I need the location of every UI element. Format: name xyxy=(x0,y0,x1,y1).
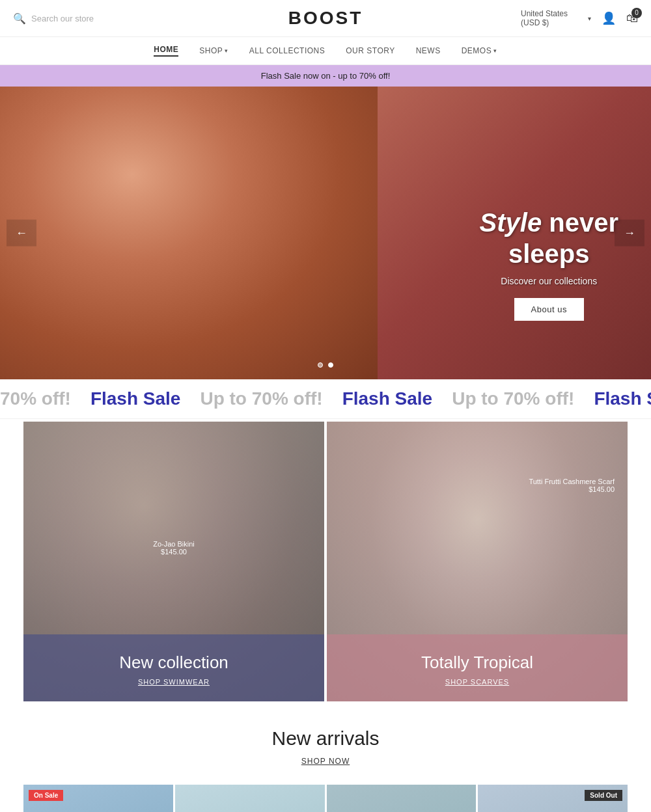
flash-sale-banner: Flash Sale now on - up to 70% off! xyxy=(0,65,651,87)
collection-link-1[interactable]: SHOP SWIMWEAR xyxy=(36,678,311,686)
sold-out-badge: Sold Out xyxy=(585,790,622,801)
product-name-2: Tutti Frutti Cashmere Scarf xyxy=(529,478,615,485)
product-price-1: $145.00 xyxy=(153,548,195,556)
product-card-1[interactable]: On Sale xyxy=(23,785,173,812)
cart-icon-wrapper[interactable]: 🛍 0 xyxy=(626,12,638,25)
new-arrivals-title: New arrivals xyxy=(13,727,638,750)
hero-section: Style neversleeps Discover our collectio… xyxy=(0,87,651,379)
chevron-down-icon: ▾ xyxy=(588,15,591,22)
site-logo[interactable]: BOOST xyxy=(288,8,363,29)
search-placeholder-text: Search our store xyxy=(31,14,94,23)
ticker-item: Flash Sale xyxy=(342,388,433,409)
hero-next-arrow[interactable]: → xyxy=(615,220,644,247)
hero-headline: Style neversleeps xyxy=(480,207,618,269)
new-arrivals-section: New arrivals SHOP NOW xyxy=(0,701,651,777)
hero-subtext: Discover our collections xyxy=(480,276,618,286)
product-card-2[interactable] xyxy=(175,785,325,812)
ticker-item: Flash Sale xyxy=(90,388,181,409)
hero-dot-2[interactable] xyxy=(328,362,333,368)
hero-dots xyxy=(318,362,333,368)
product-name-1: Zo-Jao Bikini xyxy=(153,540,195,548)
collection-card-swimwear[interactable]: Zo-Jao Bikini $145.00 New collection SHO… xyxy=(23,422,324,701)
collection-card-tropical[interactable]: Tutti Frutti Cashmere Scarf $145.00 Tota… xyxy=(327,422,628,701)
hero-prev-arrow[interactable]: ← xyxy=(7,220,36,247)
collection-overlay-2: Totally Tropical SHOP SCARVES xyxy=(327,634,628,701)
ticker-item: 70% off! xyxy=(0,388,71,409)
hero-text-block: Style neversleeps Discover our collectio… xyxy=(480,207,618,321)
on-sale-badge: On Sale xyxy=(29,790,63,801)
collection-title-1: New collection xyxy=(36,653,311,673)
header: 🔍 Search our store BOOST United States (… xyxy=(0,0,651,37)
nav-item-home[interactable]: HOME xyxy=(154,45,178,57)
product-price-2: $145.00 xyxy=(529,485,615,493)
nav-item-news[interactable]: NEWS xyxy=(416,46,441,55)
nav-item-demos[interactable]: DEMOS ▾ xyxy=(462,46,497,55)
product-card-4[interactable]: Sold Out xyxy=(478,785,628,812)
nav-item-shop[interactable]: SHOP ▾ xyxy=(199,46,229,55)
ticker-item: Up to 70% off! xyxy=(452,388,574,409)
hero-person-figure xyxy=(0,87,378,379)
hero-dot-1[interactable] xyxy=(318,362,323,368)
search-icon: 🔍 xyxy=(13,12,26,25)
chevron-down-icon: ▾ xyxy=(225,47,229,54)
collections-section: Zo-Jao Bikini $145.00 New collection SHO… xyxy=(0,422,651,701)
product-card-3[interactable] xyxy=(327,785,477,812)
collections-grid: Zo-Jao Bikini $145.00 New collection SHO… xyxy=(23,422,628,701)
main-nav: HOME SHOP ▾ ALL COLLECTIONS OUR STORY NE… xyxy=(0,37,651,65)
collection-overlay-1: New collection SHOP SWIMWEAR xyxy=(23,634,324,701)
chevron-down-icon: ▾ xyxy=(493,47,497,54)
new-arrivals-shop-link[interactable]: SHOP NOW xyxy=(301,757,350,766)
header-search[interactable]: 🔍 Search our store xyxy=(13,12,130,25)
nav-item-our-story[interactable]: OUR STORY xyxy=(346,46,395,55)
ticker-item: Flash Sa xyxy=(594,388,651,409)
collection-link-2[interactable]: SHOP SCARVES xyxy=(340,678,615,686)
header-actions: United States (USD $) ▾ 👤 🛍 0 xyxy=(521,9,638,27)
country-selector[interactable]: United States (USD $) ▾ xyxy=(521,9,591,27)
ticker-item: Up to 70% off! xyxy=(200,388,322,409)
hero-about-button[interactable]: About us xyxy=(514,298,584,321)
ticker-inner: 70% off! Flash Sale Up to 70% off! Flash… xyxy=(0,388,651,409)
account-icon[interactable]: 👤 xyxy=(602,11,616,25)
nav-item-all-collections[interactable]: ALL COLLECTIONS xyxy=(249,46,325,55)
flash-sale-ticker: 70% off! Flash Sale Up to 70% off! Flash… xyxy=(0,379,651,419)
product-label-2: Tutti Frutti Cashmere Scarf $145.00 xyxy=(529,478,615,493)
product-label-1: Zo-Jao Bikini $145.00 xyxy=(153,540,195,556)
product-grid: On Sale Sold Out xyxy=(0,777,651,812)
collection-title-2: Totally Tropical xyxy=(340,653,615,673)
hero-headline-italic: Style xyxy=(480,208,542,237)
cart-count: 0 xyxy=(631,8,642,18)
